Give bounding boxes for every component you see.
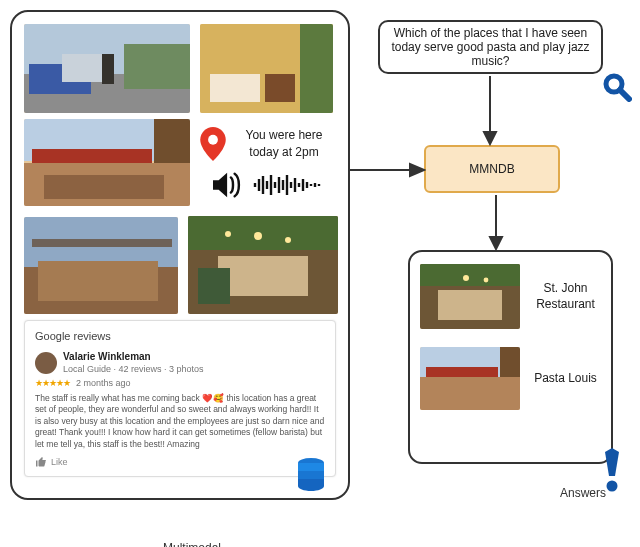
waveform-icon xyxy=(253,173,323,197)
svg-rect-35 xyxy=(32,239,172,247)
speaker-icon xyxy=(213,171,245,199)
svg-rect-5 xyxy=(102,54,114,84)
reviewer-avatar xyxy=(35,352,57,374)
svg-point-43 xyxy=(225,231,231,237)
svg-rect-48 xyxy=(420,264,520,286)
like-label[interactable]: Like xyxy=(51,456,68,468)
svg-rect-36 xyxy=(38,261,158,301)
svg-point-50 xyxy=(463,275,469,281)
arrow-query-to-processor xyxy=(470,76,510,146)
google-reviews-card: Google reviews Valarie Winkleman Local G… xyxy=(24,320,336,477)
svg-rect-11 xyxy=(32,149,152,163)
svg-point-41 xyxy=(254,232,262,240)
svg-rect-9 xyxy=(265,74,295,102)
review-body: The staff is really what has me coming b… xyxy=(35,393,325,450)
svg-rect-13 xyxy=(154,119,190,163)
svg-rect-49 xyxy=(438,290,502,320)
reviewer-name: Valarie Winkleman xyxy=(63,350,204,364)
query-box: Which of the places that I have seen tod… xyxy=(378,20,603,74)
svg-rect-54 xyxy=(420,377,520,410)
reviews-header: Google reviews xyxy=(35,329,325,344)
svg-rect-14 xyxy=(44,175,164,199)
answer-row: St. John Restaurant xyxy=(420,264,601,329)
review-stars: ★★★★★ xyxy=(35,377,70,389)
answer-name: St. John Restaurant xyxy=(530,281,601,312)
svg-line-46 xyxy=(620,90,629,99)
answer-thumbnail-2 xyxy=(420,347,520,410)
svg-marker-60 xyxy=(410,164,424,176)
review-timestamp: 2 months ago xyxy=(76,377,131,389)
answer-name: Pasta Louis xyxy=(530,371,601,387)
database-icon xyxy=(296,458,326,492)
location-note: You were here today at 2pm xyxy=(232,127,336,159)
reviewer-badge: Local Guide · 42 reviews · 3 photos xyxy=(63,363,204,375)
svg-rect-39 xyxy=(218,256,308,296)
arrow-processor-to-answers xyxy=(476,195,516,251)
svg-rect-40 xyxy=(198,268,230,304)
restaurant-photo-thumbnail-1 xyxy=(24,119,190,206)
svg-rect-38 xyxy=(188,216,338,250)
answers-label: Answers xyxy=(548,486,618,500)
svg-rect-55 xyxy=(500,347,520,377)
processor-label: MMNDB xyxy=(469,162,514,176)
svg-rect-8 xyxy=(210,74,260,102)
multimodal-database-panel: You were here today at 2pm xyxy=(10,10,350,500)
outdoor-dining-photo-thumbnail xyxy=(24,217,178,314)
database-label: Multimodal Database xyxy=(142,541,242,547)
indoor-restaurant-photo-thumbnail xyxy=(188,216,338,314)
svg-point-15 xyxy=(208,134,218,144)
location-pin-icon xyxy=(200,127,226,161)
svg-rect-7 xyxy=(300,24,333,113)
answer-row: Pasta Louis xyxy=(420,347,601,410)
search-icon xyxy=(602,72,632,102)
answers-box: St. John Restaurant Pasta Louis xyxy=(408,250,613,464)
svg-rect-4 xyxy=(62,54,102,82)
svg-point-51 xyxy=(484,278,489,283)
svg-rect-53 xyxy=(426,367,498,377)
query-text: Which of the places that I have seen tod… xyxy=(390,26,591,68)
street-photo-thumbnail xyxy=(24,24,190,113)
arrow-database-to-processor xyxy=(350,160,426,180)
svg-marker-62 xyxy=(490,237,502,249)
answer-thumbnail-1 xyxy=(420,264,520,329)
processor-box: MMNDB xyxy=(424,145,560,193)
courtyard-photo-thumbnail xyxy=(200,24,333,113)
svg-marker-58 xyxy=(484,132,496,144)
thumbs-up-icon[interactable] xyxy=(35,456,47,468)
svg-rect-2 xyxy=(124,44,190,89)
svg-point-42 xyxy=(285,237,291,243)
